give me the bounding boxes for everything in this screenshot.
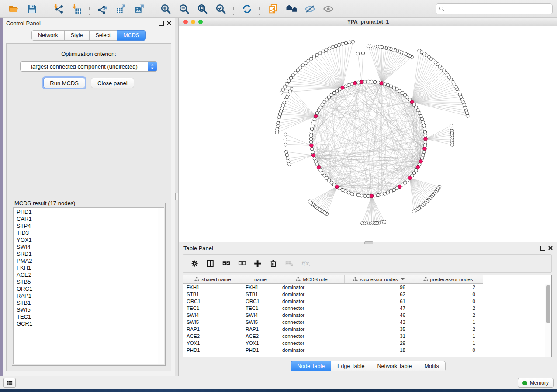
hide-selected-button[interactable]: [302, 2, 317, 15]
graph-node[interactable]: [422, 154, 425, 157]
tab-network[interactable]: Network: [31, 30, 65, 41]
graph-node[interactable]: [275, 131, 279, 134]
export-table-button[interactable]: [114, 2, 128, 15]
graph-hub-node[interactable]: [360, 80, 363, 84]
graph-node[interactable]: [377, 193, 380, 197]
table-row[interactable]: PHD1PHD1dominator180: [183, 347, 483, 354]
graph-node[interactable]: [309, 57, 313, 61]
graph-node[interactable]: [344, 85, 347, 88]
graph-node[interactable]: [344, 41, 348, 45]
result-list-item[interactable]: STP4: [17, 223, 158, 230]
import-network-button[interactable]: [51, 2, 66, 15]
horizontal-splitter-handle[interactable]: [364, 241, 373, 244]
graph-node[interactable]: [287, 79, 291, 83]
graph-node[interactable]: [367, 194, 370, 198]
graph-node[interactable]: [283, 85, 287, 89]
graph-node[interactable]: [310, 131, 313, 134]
clone-network-button[interactable]: [266, 2, 280, 15]
graph-node[interactable]: [309, 141, 313, 144]
function-builder-button[interactable]: f(x): [298, 258, 311, 270]
tab-mcds[interactable]: MCDS: [117, 30, 146, 41]
graph-node[interactable]: [422, 124, 426, 127]
column-header-mcds_role[interactable]: MCDS role: [279, 275, 345, 283]
graph-node[interactable]: [288, 163, 291, 166]
graph-node[interactable]: [423, 131, 427, 134]
table-tab-network-table[interactable]: Network Table: [371, 361, 419, 371]
result-list-item[interactable]: RAP1: [17, 292, 158, 299]
export-image-button[interactable]: [132, 2, 147, 15]
open-file-button[interactable]: [6, 2, 21, 15]
graph-node[interactable]: [423, 127, 426, 131]
deselect-all-rows-button[interactable]: [235, 258, 249, 270]
graph-node[interactable]: [280, 91, 283, 94]
search-box[interactable]: [436, 3, 553, 14]
graph-node[interactable]: [412, 210, 415, 213]
result-list-item[interactable]: CAR1: [17, 216, 158, 223]
houses-button[interactable]: [284, 2, 299, 15]
graph-node[interactable]: [276, 128, 279, 131]
graph-node[interactable]: [284, 143, 287, 146]
table-tab-motifs[interactable]: Motifs: [418, 361, 445, 371]
result-list-item[interactable]: STB1: [17, 299, 158, 306]
float-panel-icon[interactable]: [159, 21, 164, 26]
run-mcds-button[interactable]: Run MCDS: [43, 78, 85, 88]
table-settings-button[interactable]: [188, 258, 201, 270]
table-row[interactable]: STB1STB1dominator620: [183, 291, 483, 298]
graph-node[interactable]: [373, 80, 377, 84]
graph-node[interactable]: [285, 82, 289, 86]
save-session-button[interactable]: [24, 2, 39, 15]
table-tab-edge-table[interactable]: Edge Table: [331, 361, 371, 371]
graph-node[interactable]: [334, 44, 338, 48]
graph-node[interactable]: [318, 52, 322, 55]
graph-node[interactable]: [380, 193, 383, 196]
graph-node[interactable]: [338, 43, 341, 47]
close-panel-button[interactable]: Close panel: [91, 78, 134, 88]
graph-node[interactable]: [361, 222, 364, 225]
zoom-in-button[interactable]: [158, 2, 173, 15]
graph-node[interactable]: [424, 134, 427, 138]
window-zoom-traffic-light[interactable]: [198, 20, 203, 24]
graph-node[interactable]: [285, 150, 288, 154]
add-column-button[interactable]: [251, 258, 264, 270]
close-panel-icon[interactable]: [167, 21, 171, 25]
graph-node[interactable]: [284, 138, 287, 141]
close-table-panel-icon[interactable]: [548, 246, 553, 250]
result-list-item[interactable]: PMA2: [17, 258, 158, 265]
graph-node[interactable]: [356, 81, 360, 84]
graph-node[interactable]: [383, 83, 387, 86]
table-row[interactable]: ACE2ACE2connector311: [183, 333, 483, 340]
graph-node[interactable]: [285, 153, 289, 157]
graph-node[interactable]: [277, 122, 280, 125]
graph-node[interactable]: [356, 52, 360, 55]
graph-node[interactable]: [419, 114, 422, 118]
result-list-item[interactable]: SWI4: [17, 244, 158, 251]
result-list-item[interactable]: PHD1: [17, 209, 158, 216]
zoom-fit-button[interactable]: [195, 2, 210, 15]
float-table-panel-icon[interactable]: [540, 246, 545, 251]
column-header-shared_name[interactable]: shared name: [183, 275, 242, 283]
graph-node[interactable]: [361, 52, 365, 55]
refresh-button[interactable]: [239, 2, 254, 15]
export-network-button[interactable]: [95, 2, 110, 15]
graph-node[interactable]: [373, 194, 377, 197]
table-row[interactable]: SWI5SWI5connector431: [183, 319, 483, 326]
memory-button[interactable]: Memory: [518, 378, 554, 388]
table-row[interactable]: RAP1RAP1dominator352: [183, 326, 483, 333]
column-header-successor_nodes[interactable]: successor nodes: [345, 275, 413, 283]
graph-node[interactable]: [423, 144, 427, 147]
graph-hub-node[interactable]: [380, 81, 383, 85]
graph-node[interactable]: [383, 192, 387, 196]
graph-hub-node[interactable]: [424, 137, 427, 141]
graph-hub-node[interactable]: [311, 153, 315, 157]
graph-node[interactable]: [422, 150, 426, 154]
graph-node[interactable]: [353, 193, 357, 196]
table-row[interactable]: SWI4SWI4dominator462: [183, 312, 483, 319]
result-list-item[interactable]: ORC1: [17, 285, 158, 292]
graph-node[interactable]: [328, 47, 331, 50]
window-minimize-traffic-light[interactable]: [191, 20, 195, 24]
vertical-splitter-handle[interactable]: [175, 193, 178, 200]
show-all-button[interactable]: [321, 2, 336, 15]
graph-node[interactable]: [424, 141, 427, 144]
graph-node[interactable]: [331, 45, 335, 49]
import-table-button[interactable]: [69, 2, 84, 15]
